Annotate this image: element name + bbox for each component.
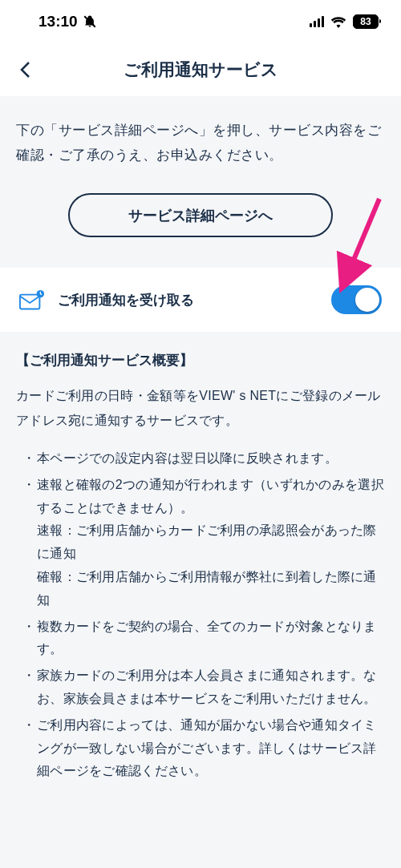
signal-icon: [310, 16, 324, 27]
overview-bullet: ご利用内容によっては、通知が届かない場合や通知タイミングが一致しない場合がござい…: [22, 714, 385, 783]
overview-desc: カードご利用の日時・金額等をVIEW' s NETにご登録のメールアドレス宛に通…: [16, 384, 385, 433]
battery-icon: 83: [353, 14, 379, 29]
toggle-label: ご利用通知を受け取る: [58, 291, 194, 309]
status-bar: 13:10 83: [0, 0, 401, 43]
battery-level: 83: [360, 16, 371, 27]
intro-section: 下の「サービス詳細ページへ」を押し、サービス内容をご確認・ご了承のうえ、お申込み…: [0, 96, 401, 261]
status-indicators: 83: [310, 14, 379, 29]
toggle-section: ご利用通知を受け取る: [0, 268, 401, 332]
overview-title: 【ご利用通知サービス概要】: [16, 351, 385, 369]
overview-bullet-sub: 速報：ご利用店舗からカードご利用の承認照会があった際に通知: [37, 519, 385, 566]
overview-bullet: 複数カードをご契約の場合、全てのカードが対象となります。: [22, 616, 385, 662]
overview-bullet: 速報と確報の2つの通知が行われます（いずれかのみを選択することはできません）。速…: [22, 474, 385, 612]
overview-bullet: 家族カードのご利用分は本人会員さまに通知されます。なお、家族会員さまは本サービス…: [22, 664, 385, 711]
silent-icon: [83, 14, 97, 29]
status-time: 13:10: [38, 13, 78, 30]
mail-notification-icon: [19, 289, 45, 310]
overview-bullet-sub: 確報：ご利用店舗からご利用情報が弊社に到着した際に通知: [37, 566, 385, 612]
notification-toggle[interactable]: [331, 285, 382, 314]
svg-rect-1: [20, 295, 39, 309]
wifi-icon: [330, 16, 346, 28]
back-icon[interactable]: [19, 61, 30, 79]
overview-bullets: 本ページでの設定内容は翌日以降に反映されます。速報と確報の2つの通知が行われます…: [16, 447, 385, 783]
toggle-left: ご利用通知を受け取る: [19, 289, 194, 310]
overview-section: 【ご利用通知サービス概要】 カードご利用の日時・金額等をVIEW' s NETに…: [0, 332, 401, 805]
page-title: ご利用通知サービス: [0, 59, 401, 81]
app-header: ご利用通知サービス: [0, 43, 401, 96]
toggle-knob: [355, 288, 379, 312]
overview-bullet: 本ページでの設定内容は翌日以降に反映されます。: [22, 447, 385, 470]
service-detail-button[interactable]: サービス詳細ページへ: [68, 193, 333, 237]
intro-text: 下の「サービス詳細ページへ」を押し、サービス内容をご確認・ご了承のうえ、お申込み…: [16, 119, 385, 168]
status-time-area: 13:10: [38, 13, 97, 30]
